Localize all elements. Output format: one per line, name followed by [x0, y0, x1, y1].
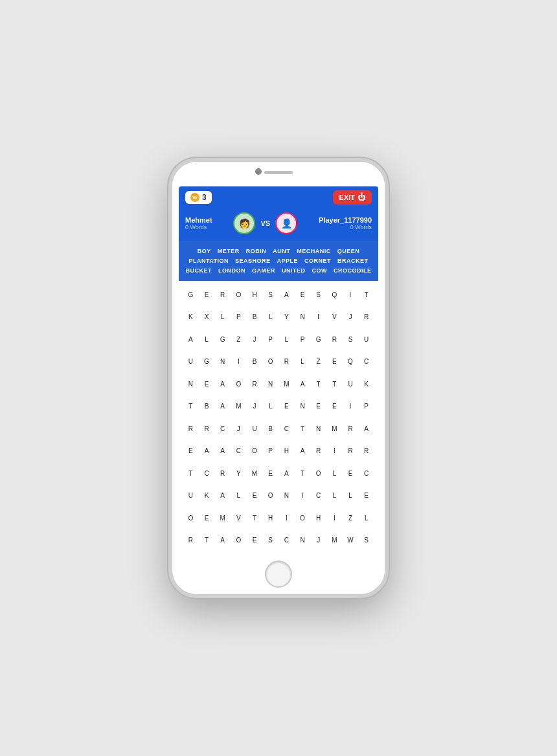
letter-cell[interactable]: O	[183, 507, 199, 529]
letter-cell[interactable]: L	[358, 507, 374, 529]
letter-cell[interactable]: I	[295, 485, 311, 507]
letter-cell[interactable]: L	[199, 328, 215, 351]
word-item[interactable]: APPLE	[276, 257, 300, 265]
letter-cell[interactable]: I	[310, 306, 326, 329]
letter-cell[interactable]: C	[358, 462, 374, 485]
letter-cell[interactable]: A	[214, 395, 231, 418]
letter-cell[interactable]: E	[247, 529, 263, 552]
letter-cell[interactable]: R	[343, 440, 359, 463]
letter-cell[interactable]: M	[214, 507, 231, 529]
letter-cell[interactable]: H	[262, 507, 278, 529]
word-item[interactable]: QUEEN	[336, 247, 361, 255]
letter-cell[interactable]: R	[214, 462, 231, 485]
letter-cell[interactable]: E	[326, 351, 343, 373]
letter-cell[interactable]: X	[199, 306, 215, 329]
letter-cell[interactable]: T	[358, 284, 374, 306]
word-item[interactable]: PLANTATION	[187, 257, 230, 265]
letter-cell[interactable]: I	[343, 395, 359, 418]
letter-cell[interactable]: S	[310, 284, 326, 306]
word-item[interactable]: COW	[311, 267, 329, 274]
letter-cell[interactable]: N	[278, 485, 295, 507]
letter-cell[interactable]: T	[247, 507, 263, 529]
letter-cell[interactable]: U	[183, 485, 199, 507]
letter-cell[interactable]: R	[358, 306, 374, 329]
letter-cell[interactable]: Y	[231, 462, 247, 485]
letter-cell[interactable]: P	[262, 440, 278, 463]
letter-cell[interactable]: E	[310, 395, 326, 418]
letter-cell[interactable]: J	[310, 529, 326, 552]
letter-cell[interactable]: L	[214, 306, 231, 329]
letter-cell[interactable]: E	[183, 440, 199, 463]
letter-cell[interactable]: B	[247, 351, 263, 373]
letter-cell[interactable]: Q	[343, 351, 359, 373]
letter-cell[interactable]: C	[310, 485, 326, 507]
letter-cell[interactable]: T	[310, 373, 326, 395]
letter-cell[interactable]: U	[247, 417, 263, 440]
letter-cell[interactable]: K	[199, 485, 215, 507]
word-item[interactable]: LONDON	[217, 267, 247, 274]
letter-cell[interactable]: B	[262, 417, 278, 440]
letter-cell[interactable]: U	[183, 351, 199, 373]
letter-cell[interactable]: G	[214, 328, 231, 351]
letter-cell[interactable]: B	[199, 395, 215, 418]
letter-cell[interactable]: M	[326, 417, 343, 440]
letter-cell[interactable]: I	[231, 351, 247, 373]
letter-cell[interactable]: M	[326, 529, 343, 552]
letter-cell[interactable]: A	[278, 462, 295, 485]
letter-cell[interactable]: T	[183, 462, 199, 485]
letter-cell[interactable]: A	[199, 440, 215, 463]
letter-cell[interactable]: A	[183, 328, 199, 351]
letter-cell[interactable]: N	[295, 306, 311, 329]
letter-cell[interactable]: O	[310, 462, 326, 485]
letter-cell[interactable]: N	[295, 395, 311, 418]
letter-cell[interactable]: T	[295, 417, 311, 440]
letter-cell[interactable]: G	[199, 351, 215, 373]
letter-cell[interactable]: J	[247, 328, 263, 351]
word-item[interactable]: BUCKET	[185, 267, 214, 274]
letter-cell[interactable]: L	[343, 485, 359, 507]
letter-cell[interactable]: Q	[326, 284, 343, 306]
letter-cell[interactable]: V	[326, 306, 343, 329]
letter-cell[interactable]: Z	[310, 351, 326, 373]
letter-cell[interactable]: R	[310, 440, 326, 463]
word-item[interactable]: UNITED	[280, 267, 307, 274]
letter-cell[interactable]: I	[326, 440, 343, 463]
letter-cell[interactable]: K	[183, 306, 199, 329]
letter-cell[interactable]: S	[262, 529, 278, 552]
letter-cell[interactable]: A	[278, 284, 295, 306]
letter-cell[interactable]: C	[358, 351, 374, 373]
letter-cell[interactable]: A	[214, 485, 231, 507]
exit-button[interactable]: EXIT ⏻	[333, 190, 372, 205]
letter-cell[interactable]: T	[326, 373, 343, 395]
letter-cell[interactable]: M	[278, 373, 295, 395]
letter-cell[interactable]: E	[295, 284, 311, 306]
letter-cell[interactable]: O	[231, 373, 247, 395]
letter-cell[interactable]: L	[231, 485, 247, 507]
letter-cell[interactable]: E	[199, 284, 215, 306]
letter-cell[interactable]: A	[295, 373, 311, 395]
letter-cell[interactable]: C	[214, 417, 231, 440]
letter-cell[interactable]: O	[262, 485, 278, 507]
letter-cell[interactable]: L	[262, 395, 278, 418]
home-button[interactable]	[265, 561, 292, 588]
letter-cell[interactable]: R	[183, 417, 199, 440]
letter-cell[interactable]: L	[326, 462, 343, 485]
letter-cell[interactable]: J	[247, 395, 263, 418]
letter-cell[interactable]: C	[278, 417, 295, 440]
letter-cell[interactable]: R	[199, 417, 215, 440]
letter-cell[interactable]: E	[278, 395, 295, 418]
letter-cell[interactable]: R	[278, 351, 295, 373]
letter-cell[interactable]: N	[214, 351, 231, 373]
letter-cell[interactable]: R	[326, 328, 343, 351]
letter-cell[interactable]: O	[247, 440, 263, 463]
letter-cell[interactable]: N	[310, 417, 326, 440]
letter-cell[interactable]: W	[343, 529, 359, 552]
letter-cell[interactable]: E	[199, 373, 215, 395]
letter-cell[interactable]: G	[310, 328, 326, 351]
letter-cell[interactable]: K	[358, 373, 374, 395]
letter-cell[interactable]: I	[278, 507, 295, 529]
letter-cell[interactable]: O	[262, 351, 278, 373]
letter-cell[interactable]: E	[199, 507, 215, 529]
letter-cell[interactable]: M	[247, 462, 263, 485]
letter-cell[interactable]: U	[358, 328, 374, 351]
